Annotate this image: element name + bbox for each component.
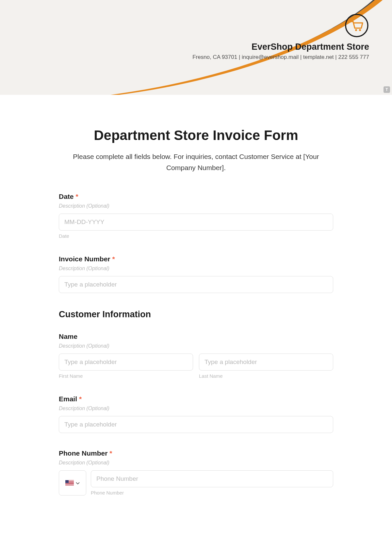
email-label-text: Email	[59, 395, 77, 403]
invoice-number-label-text: Invoice Number	[59, 255, 110, 263]
required-mark: *	[109, 449, 112, 457]
last-name-input[interactable]	[199, 354, 333, 371]
form-container: Department Store Invoice Form Please com…	[39, 95, 353, 531]
date-sublabel: Date	[59, 233, 333, 239]
company-name: EverShop Department Store	[192, 42, 369, 52]
phone-label: Phone Number *	[59, 449, 333, 457]
required-mark: *	[75, 193, 78, 200]
date-description: Description (Optional)	[59, 203, 333, 209]
phone-label-text: Phone Number	[59, 449, 107, 457]
form-title: Department Store Invoice Form	[59, 128, 333, 143]
company-contact: Fresno, CA 93701 | inquire@evershop.mail…	[192, 54, 369, 61]
invoice-number-field-group: Invoice Number * Description (Optional)	[59, 255, 333, 293]
svg-point-2	[359, 29, 361, 31]
email-label: Email *	[59, 395, 333, 403]
customer-info-heading: Customer Information	[59, 309, 333, 320]
invoice-number-description: Description (Optional)	[59, 266, 333, 271]
name-field-group: Name Description (Optional) First Name L…	[59, 333, 333, 379]
svg-point-0	[346, 14, 368, 37]
header-banner: EverShop Department Store Fresno, CA 937…	[0, 0, 392, 95]
phone-description: Description (Optional)	[59, 460, 333, 466]
first-name-input[interactable]	[59, 354, 193, 371]
svg-point-1	[355, 29, 357, 31]
email-description: Description (Optional)	[59, 406, 333, 411]
date-label: Date *	[59, 193, 333, 200]
phone-sublabel: Phone Number	[91, 490, 333, 495]
us-flag-icon	[65, 480, 74, 486]
date-field-group: Date * Description (Optional) Date	[59, 193, 333, 239]
first-name-sublabel: First Name	[59, 373, 193, 379]
email-field-group: Email * Description (Optional)	[59, 395, 333, 433]
country-code-select[interactable]	[59, 470, 86, 495]
last-name-sublabel: Last Name	[199, 373, 333, 379]
template-badge: T	[384, 86, 390, 93]
name-label: Name	[59, 333, 333, 340]
email-input[interactable]	[59, 416, 333, 433]
form-subtitle: Please complete all fields below. For in…	[59, 151, 333, 173]
chevron-down-icon	[76, 480, 80, 486]
invoice-number-input[interactable]	[59, 276, 333, 293]
phone-input[interactable]	[91, 470, 333, 487]
name-description: Description (Optional)	[59, 343, 333, 349]
date-label-text: Date	[59, 193, 74, 200]
invoice-number-label: Invoice Number *	[59, 255, 333, 263]
required-mark: *	[79, 395, 82, 403]
phone-field-group: Phone Number * Description (Optional) Ph…	[59, 449, 333, 495]
name-label-text: Name	[59, 333, 77, 340]
date-input[interactable]	[59, 214, 333, 231]
cart-logo-icon	[344, 13, 369, 39]
header-content: EverShop Department Store Fresno, CA 937…	[192, 13, 369, 61]
required-mark: *	[112, 255, 115, 263]
